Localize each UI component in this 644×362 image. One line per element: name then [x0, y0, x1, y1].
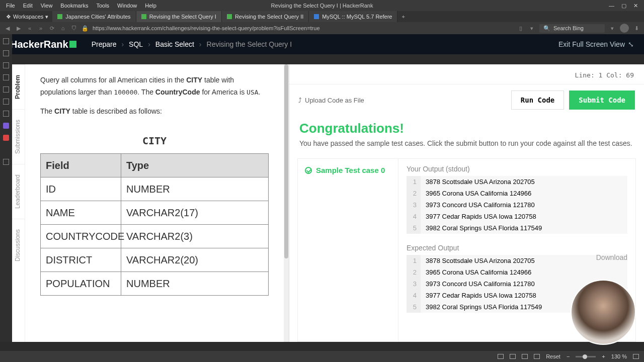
col-header: Type	[121, 154, 207, 177]
download-link[interactable]: Download	[596, 253, 627, 261]
minimize-icon[interactable]: —	[609, 3, 614, 9]
panel-icon[interactable]	[3, 86, 9, 93]
text: CITY	[186, 76, 202, 84]
cell: VARCHAR2(17)	[121, 201, 207, 224]
maximize-icon[interactable]: ▢	[621, 3, 626, 9]
panel-icon[interactable]	[3, 38, 9, 44]
ffwd-button[interactable]: »	[37, 25, 44, 31]
result-title: Congratulations!	[299, 121, 634, 136]
text: 100000	[114, 88, 137, 96]
chevron-down-icon[interactable]: ▾	[609, 25, 616, 32]
back-button[interactable]: ◀	[4, 25, 11, 32]
menu-edit[interactable]: Edit	[19, 3, 37, 9]
panel-icon[interactable]	[3, 135, 9, 141]
favicon-icon	[141, 14, 146, 19]
zoom-in-icon[interactable]: +	[602, 353, 605, 359]
tab-label: Revising the Select Query II	[235, 14, 303, 20]
menu-bookmarks[interactable]: Bookmarks	[56, 3, 92, 9]
zoom-out-icon[interactable]: −	[567, 353, 570, 359]
col-header: Field	[41, 154, 121, 177]
breadcrumb-basic-select[interactable]: Basic Select	[155, 40, 194, 48]
tab-problem[interactable]: Problem	[12, 64, 25, 109]
hackerrank-header: HackerRank Prepare › SQL › Basic Select …	[0, 34, 644, 54]
status-icon[interactable]	[498, 354, 504, 359]
breadcrumb-prepare[interactable]: Prepare	[92, 40, 117, 48]
testcase-0[interactable]: Sample Test case 0	[305, 166, 391, 174]
panel-icon[interactable]	[3, 111, 9, 117]
panel-icon[interactable]	[3, 74, 9, 80]
new-tab-button[interactable]: +	[397, 14, 409, 20]
scrollbar[interactable]	[284, 64, 289, 342]
chevron-down-icon[interactable]: ▾	[528, 25, 535, 32]
cell: COUNTRYCODE	[41, 225, 121, 248]
breadcrumb-sql[interactable]: SQL	[129, 40, 143, 48]
tab-3[interactable]: MySQL :: MySQL 5.7 Refere	[309, 11, 397, 22]
home-button[interactable]: ⌂	[59, 25, 66, 31]
reload-button[interactable]: ⟳	[48, 25, 55, 32]
table-title: CITY	[40, 132, 269, 149]
status-icon[interactable]	[522, 354, 528, 359]
table-row: COUNTRYCODEVARCHAR2(3)	[41, 224, 268, 248]
results-panel: Line: 1 Col: 69 ⤴ Upload Code as File Ru…	[289, 64, 644, 342]
line-number: 4	[407, 290, 421, 301]
tab-label: Japanese Cities' Attributes	[65, 14, 130, 20]
bookmark-icon[interactable]: ▯	[517, 25, 524, 32]
cell: VARCHAR2(3)	[121, 225, 207, 248]
workspaces-button[interactable]: ❖ Workspaces ▾	[2, 14, 52, 20]
tab-leaderboard[interactable]: Leaderboard	[12, 164, 25, 219]
tab-1[interactable]: Revising the Select Query I	[136, 11, 222, 22]
download-icon[interactable]: ⬇	[633, 25, 640, 32]
rewind-button[interactable]: «	[26, 25, 33, 31]
zoom-slider[interactable]	[576, 356, 596, 357]
hackerrank-logo[interactable]: HackerRank	[10, 39, 76, 50]
line-text: 3965 Corona USA California 124966	[421, 266, 536, 278]
table-row: IDNUMBER	[41, 177, 268, 201]
exit-fullscreen-button[interactable]: Exit Full Screen View ⤡	[558, 40, 634, 48]
menu-help[interactable]: Help	[141, 3, 160, 9]
status-icon[interactable]	[633, 354, 639, 359]
tab-0[interactable]: Japanese Cities' Attributes	[52, 11, 136, 22]
favicon-icon	[314, 14, 319, 19]
line-number: 2	[407, 266, 421, 278]
result-banner: Congratulations! You have passed the sam…	[289, 116, 644, 152]
panel-icon[interactable]	[3, 99, 9, 105]
panel-icon[interactable]	[3, 159, 9, 165]
tab-discussions[interactable]: Discussions	[12, 219, 25, 272]
tab-submissions[interactable]: Submissions	[12, 109, 25, 164]
run-code-button[interactable]: Run Code	[511, 90, 564, 110]
table-row: DISTRICTVARCHAR2(20)	[41, 248, 268, 272]
status-icon[interactable]	[510, 354, 516, 359]
line-number: 5	[407, 222, 421, 234]
menu-window[interactable]: Window	[113, 3, 141, 9]
menu-tools[interactable]: Tools	[92, 3, 113, 9]
upload-label: Upload Code as File	[305, 97, 364, 104]
search-icon: 🔍	[543, 25, 550, 32]
status-icon[interactable]	[534, 354, 540, 359]
menu-file[interactable]: File	[2, 3, 19, 9]
panel-icon[interactable]	[3, 62, 9, 68]
tab-2[interactable]: Revising the Select Query II	[222, 11, 309, 22]
upload-code-link[interactable]: ⤴ Upload Code as File	[298, 97, 364, 104]
line-text: 3965 Corona USA California 124966	[421, 188, 536, 199]
lock-icon: 🔒	[82, 25, 89, 32]
shield-icon[interactable]: ⛉	[70, 25, 77, 31]
text: The	[40, 107, 54, 115]
cell: NUMBER	[121, 177, 207, 201]
tab-label: Revising the Select Query I	[149, 14, 216, 20]
panel-icon[interactable]	[3, 123, 9, 129]
menu-view[interactable]: View	[37, 3, 57, 9]
zoom-value: 130 %	[611, 353, 627, 359]
close-icon[interactable]: ✕	[633, 3, 638, 9]
favicon-icon	[57, 14, 62, 19]
panel-icon[interactable]	[3, 50, 9, 56]
workspaces-label: Workspaces	[13, 14, 43, 20]
search-box[interactable]: 🔍 Search Bing	[539, 24, 605, 33]
submit-code-button[interactable]: Submit Code	[569, 90, 635, 110]
reset-zoom[interactable]: Reset	[546, 353, 560, 359]
browser-panel-sidebar	[0, 34, 12, 342]
url-field[interactable]: https://www.hackerrank.com/challenges/re…	[93, 25, 513, 31]
output-line: 23965 Corona USA California 124966	[407, 188, 627, 199]
forward-button[interactable]: ▶	[15, 25, 22, 32]
statusbar: Reset − + 130 %	[0, 351, 644, 362]
avatar[interactable]	[620, 24, 629, 33]
